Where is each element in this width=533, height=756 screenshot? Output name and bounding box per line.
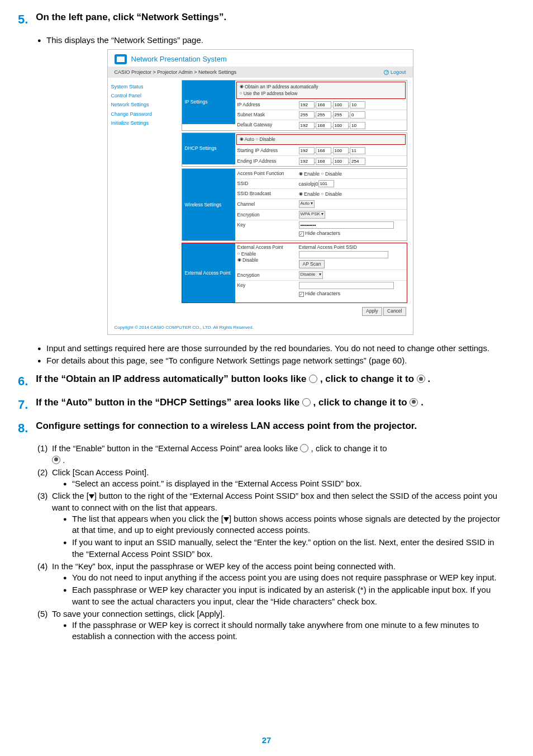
ext-hide-chars-checkbox[interactable]: ✓: [299, 292, 304, 297]
logout-link[interactable]: ? Logout: [384, 69, 406, 75]
step-8-4-bullet-2: Each passphrase or WEP key character you…: [63, 584, 502, 607]
nav-system-status[interactable]: System Status: [111, 82, 178, 91]
network-settings-screenshot: Network Presentation System CASIO Projec…: [107, 49, 413, 335]
cancel-button[interactable]: Cancel: [383, 307, 406, 315]
dhcp-end-2[interactable]: [316, 158, 331, 165]
page-number: 27: [0, 735, 533, 746]
step-8-heading: Configure settings for connection to a w…: [36, 420, 499, 433]
step-8-4: (4) In the “Key” box, input the passphra…: [37, 561, 502, 607]
wireless-key-input[interactable]: [299, 221, 394, 229]
gw-1[interactable]: [299, 122, 315, 129]
dhcp-auto-radio[interactable]: ◉ Auto: [240, 136, 254, 142]
apf-disable-radio[interactable]: ○ Disable: [321, 171, 342, 177]
down-triangle-icon: [223, 517, 229, 522]
wireless-settings-section: Wireless Settings Access Point Function …: [182, 168, 407, 241]
radio-filled-icon: [417, 375, 425, 383]
ssidbr-disable-radio[interactable]: ○ Disable: [321, 191, 342, 197]
encryption-select[interactable]: WPA PSK ▾: [299, 211, 326, 219]
ext-enable-radio[interactable]: ○ Enable: [237, 251, 256, 257]
step-8-3-bullet-1: The list that appears when you click the…: [63, 513, 502, 536]
step-8-4-bullet-1: You do not need to input anything if the…: [63, 572, 502, 583]
ssidbr-enable-radio[interactable]: ◉ Enable: [299, 191, 320, 197]
dhcp-end-1[interactable]: [299, 158, 315, 165]
window-title: Network Presentation System: [131, 54, 227, 64]
ip-2[interactable]: [316, 101, 331, 108]
step-8-5-bullet-1: If the passphrase or WEP key is correct …: [63, 620, 502, 642]
down-triangle-icon: [89, 494, 94, 499]
nav-network-settings[interactable]: Network Settings: [111, 100, 178, 109]
ext-ssid-input[interactable]: [299, 251, 388, 258]
mask-4[interactable]: [350, 111, 365, 119]
step-8-3-bullet-2: If you want to input an SSID manually, s…: [63, 537, 502, 560]
dhcp-settings-section: DHCP Settings ◉ Auto ○ Disable Starting …: [182, 133, 407, 167]
ap-scan-button[interactable]: AP Scan: [299, 260, 325, 268]
copyright: Copyright © 2014 CASIO COMPUTER CO., LTD…: [108, 322, 413, 334]
wireless-title: Wireless Settings: [182, 169, 235, 240]
step-8-1: (1) If the “Enable” button in the “Exter…: [37, 443, 502, 466]
ext-key-input[interactable]: [299, 282, 394, 289]
radio-filled-icon: [410, 398, 418, 407]
ssid-suffix[interactable]: [318, 180, 334, 187]
step-7-heading: If the “Auto” button in the “DHCP Settin…: [36, 396, 499, 409]
step-8-2-bullet: “Select an access point.” is displayed i…: [63, 478, 502, 489]
step-7-number: 7.: [18, 396, 34, 413]
post5-bullet-1: Input and settings required here are tho…: [37, 343, 502, 354]
nav-initialize-settings[interactable]: Initialize Settings: [111, 119, 178, 127]
dhcp-start-3[interactable]: [333, 147, 349, 154]
ext-encryption-select[interactable]: Disable ▾: [299, 271, 323, 279]
step-8-3: (3) Click the [] button to the right of …: [37, 490, 502, 560]
step-6-number: 6.: [18, 373, 34, 390]
gw-2[interactable]: [316, 122, 331, 129]
post5-bullet-2: For details about this page, see “To con…: [37, 355, 502, 366]
dhcp-title: DHCP Settings: [182, 133, 235, 164]
mask-2[interactable]: [316, 111, 331, 119]
apply-button[interactable]: Apply: [362, 307, 382, 315]
ip-3[interactable]: [333, 101, 349, 108]
gw-3[interactable]: [333, 122, 349, 129]
dhcp-end-4[interactable]: [350, 158, 365, 165]
dhcp-start-4[interactable]: [350, 147, 365, 154]
radio-empty-icon: [309, 375, 317, 383]
dhcp-start-1[interactable]: [299, 147, 315, 154]
nav-change-password[interactable]: Change Password: [111, 110, 178, 119]
step-5-bullet: This displays the “Network Settings” pag…: [37, 35, 502, 46]
use-ip-below-radio[interactable]: ○ Use the IP address below: [240, 91, 298, 96]
dhcp-start-2[interactable]: [316, 147, 331, 154]
ip-settings-section: IP Settings ◉ Obtain an IP address autom…: [182, 80, 407, 131]
casio-logo-icon: [115, 54, 127, 64]
ext-disable-radio[interactable]: ◉ Disable: [237, 257, 259, 263]
step-8-5: (5) To save your connection settings, cl…: [37, 608, 502, 642]
step-5-number: 5.: [18, 11, 34, 28]
radio-empty-icon: [302, 398, 311, 407]
mask-1[interactable]: [299, 111, 315, 119]
step-8-number: 8.: [18, 420, 34, 437]
radio-filled-icon: [52, 456, 60, 464]
dhcp-disable-radio[interactable]: ○ Disable: [255, 136, 275, 142]
channel-select[interactable]: Auto ▾: [299, 200, 315, 208]
side-nav: System Status Control Panel Network Sett…: [108, 78, 182, 322]
mask-3[interactable]: [333, 111, 349, 119]
external-ap-section: External Access Point External Access Po…: [182, 243, 407, 303]
step-5-heading: On the left pane, click “Network Setting…: [36, 11, 499, 24]
breadcrumb: CASIO Projector > Projector Admin > Netw…: [115, 69, 237, 75]
dhcp-end-3[interactable]: [333, 158, 349, 165]
nav-control-panel[interactable]: Control Panel: [111, 91, 178, 100]
ext-ap-title: External Access Point: [182, 243, 235, 303]
ip-settings-title: IP Settings: [182, 81, 235, 124]
ip-1[interactable]: [299, 101, 315, 108]
step-6-heading: If the “Obtain an IP address automatical…: [36, 373, 499, 386]
radio-empty-icon: [300, 444, 308, 452]
ip-4[interactable]: [350, 101, 365, 108]
gw-4[interactable]: [350, 122, 365, 129]
obtain-auto-radio[interactable]: ◉ Obtain an IP address automatically: [240, 84, 318, 89]
apf-enable-radio[interactable]: ◉ Enable: [299, 171, 320, 177]
step-8-2: (2) Click [Scan Access Point]. “Select a…: [37, 467, 502, 490]
hide-chars-checkbox[interactable]: ✓: [299, 231, 304, 237]
